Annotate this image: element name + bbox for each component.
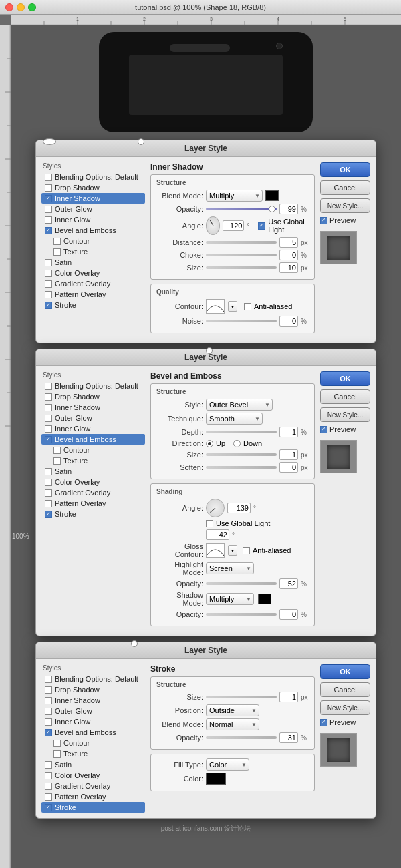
- color-overlay-item-3[interactable]: Color Overlay: [41, 770, 145, 781]
- blend-color-swatch-1[interactable]: [265, 190, 279, 201]
- ok-button-2[interactable]: OK: [320, 371, 370, 386]
- drop-shadow-checkbox-3[interactable]: [45, 686, 52, 694]
- highlight-opacity-thumb-2[interactable]: [206, 347, 213, 354]
- contour-item-1[interactable]: Contour: [41, 236, 145, 246]
- gradient-overlay-checkbox-1[interactable]: [45, 280, 52, 288]
- preview-checkbox-1[interactable]: [320, 217, 327, 224]
- inner-shadow-item-3[interactable]: Inner Shadow: [41, 695, 145, 706]
- inner-glow-checkbox-2[interactable]: [45, 425, 52, 433]
- texture-checkbox-1[interactable]: [53, 248, 61, 256]
- inner-glow-item-1[interactable]: Inner Glow: [41, 214, 145, 225]
- depth-input-2[interactable]: [279, 427, 298, 437]
- drop-shadow-item-2[interactable]: Drop Shadow: [41, 391, 145, 402]
- inner-glow-checkbox-3[interactable]: [45, 718, 52, 726]
- preview-toggle-3[interactable]: Preview: [320, 718, 370, 726]
- ok-button-1[interactable]: OK: [320, 162, 370, 177]
- texture-checkbox-2[interactable]: [53, 457, 61, 465]
- size-input-3[interactable]: [279, 692, 298, 702]
- preview-toggle-2[interactable]: Preview: [320, 425, 370, 433]
- color-overlay-checkbox-1[interactable]: [45, 270, 52, 277]
- gradient-overlay-item-1[interactable]: Gradient Overlay: [41, 278, 145, 289]
- size-slider-3[interactable]: [206, 696, 277, 698]
- size-slider-1[interactable]: [206, 266, 277, 269]
- shading-angle-input-2[interactable]: [227, 503, 251, 513]
- outer-glow-checkbox-3[interactable]: [45, 708, 52, 715]
- cancel-button-1[interactable]: Cancel: [320, 180, 370, 195]
- bevel-emboss-checkbox-3[interactable]: [45, 729, 52, 736]
- highlight-mode-dropdown-2[interactable]: Screen ▼: [206, 562, 254, 574]
- color-overlay-item-2[interactable]: Color Overlay: [41, 477, 145, 487]
- global-light-checkbox-2[interactable]: [206, 520, 213, 527]
- new-style-button-1[interactable]: New Style...: [320, 198, 370, 213]
- stroke-checkbox-3[interactable]: [45, 804, 52, 811]
- shadow-opacity-slider-2[interactable]: [206, 613, 277, 616]
- gradient-overlay-item-3[interactable]: Gradient Overlay: [41, 781, 145, 791]
- style-dropdown-2[interactable]: Outer Bevel ▼: [206, 399, 273, 411]
- inner-shadow-checkbox-2[interactable]: [45, 404, 52, 411]
- minimize-button[interactable]: [17, 3, 25, 11]
- angle-dial-1[interactable]: [206, 216, 220, 235]
- global-light-checkbox-1[interactable]: [258, 222, 265, 230]
- opacity-input-3[interactable]: [279, 732, 298, 743]
- new-style-button-3[interactable]: New Style...: [320, 700, 370, 715]
- gloss-arrow-2[interactable]: ▼: [228, 545, 237, 556]
- contour-item-3[interactable]: Contour: [41, 738, 145, 748]
- size-input-1[interactable]: [279, 262, 298, 273]
- depth-slider-2[interactable]: [206, 431, 277, 433]
- close-button[interactable]: [5, 3, 13, 11]
- altitude-input-2[interactable]: [206, 529, 229, 540]
- soften-input-2[interactable]: [279, 462, 298, 473]
- satin-item-3[interactable]: Satin: [41, 759, 145, 770]
- pattern-overlay-item-3[interactable]: Pattern Overlay: [41, 791, 145, 802]
- noise-slider-1[interactable]: [206, 320, 277, 322]
- texture-checkbox-3[interactable]: [53, 750, 61, 758]
- maximize-button[interactable]: [28, 3, 36, 11]
- highlight-opacity-input-2[interactable]: [279, 578, 298, 589]
- fill-color-swatch-3[interactable]: [206, 773, 226, 785]
- pattern-overlay-item-1[interactable]: Pattern Overlay: [41, 289, 145, 300]
- choke-input-1[interactable]: [279, 250, 298, 260]
- texture-item-2[interactable]: Texture: [41, 455, 145, 466]
- cancel-button-2[interactable]: Cancel: [320, 389, 370, 404]
- shading-angle-dial-2[interactable]: [206, 499, 225, 517]
- contour-checkbox-3[interactable]: [53, 740, 61, 747]
- blend-mode-dropdown-3[interactable]: Normal ▼: [206, 718, 259, 730]
- drop-shadow-item-1[interactable]: Drop Shadow: [41, 182, 145, 193]
- blending-options-checkbox-1[interactable]: [45, 174, 52, 181]
- bevel-emboss-item-3[interactable]: Bevel and Emboss: [41, 727, 145, 738]
- angle-input-1[interactable]: [223, 220, 244, 231]
- pattern-overlay-checkbox-3[interactable]: [45, 793, 52, 801]
- size-slider-2[interactable]: [206, 453, 277, 456]
- outer-glow-item-2[interactable]: Outer Glow: [41, 413, 145, 423]
- inner-shadow-item-1[interactable]: Inner Shadow: [41, 193, 145, 204]
- satin-item-2[interactable]: Satin: [41, 466, 145, 477]
- contour-arrow-1[interactable]: ▼: [228, 301, 237, 312]
- blending-options-checkbox-3[interactable]: [45, 676, 52, 683]
- ok-button-3[interactable]: OK: [320, 664, 370, 679]
- shadow-opacity-input-2[interactable]: [279, 609, 298, 620]
- bevel-emboss-checkbox-2[interactable]: [45, 436, 52, 443]
- shadow-color-swatch-2[interactable]: [258, 594, 271, 604]
- inner-shadow-checkbox-3[interactable]: [45, 697, 52, 704]
- cancel-button-3[interactable]: Cancel: [320, 682, 370, 697]
- distance-thumb-1[interactable]: [43, 138, 56, 145]
- shadow-mode-dropdown-2[interactable]: Multiply ▼: [206, 593, 254, 605]
- texture-item-1[interactable]: Texture: [41, 246, 145, 257]
- stroke-item-2[interactable]: Stroke: [41, 509, 145, 519]
- drop-shadow-checkbox-2[interactable]: [45, 393, 52, 401]
- color-overlay-checkbox-3[interactable]: [45, 772, 52, 779]
- inner-glow-item-2[interactable]: Inner Glow: [41, 423, 145, 434]
- direction-down-radio-2[interactable]: [233, 440, 241, 447]
- gloss-contour-preview-2[interactable]: [206, 543, 225, 558]
- gradient-overlay-item-2[interactable]: Gradient Overlay: [41, 487, 145, 498]
- color-overlay-checkbox-2[interactable]: [45, 479, 52, 486]
- opacity-thumb-1[interactable]: [269, 206, 275, 212]
- inner-shadow-checkbox-1[interactable]: [45, 195, 52, 202]
- pattern-overlay-checkbox-1[interactable]: [45, 291, 52, 298]
- drop-shadow-item-3[interactable]: Drop Shadow: [41, 684, 145, 695]
- bevel-emboss-checkbox-1[interactable]: [45, 227, 52, 234]
- outer-glow-checkbox-2[interactable]: [45, 415, 52, 422]
- blending-options-checkbox-2[interactable]: [45, 383, 52, 390]
- size-input-2[interactable]: [279, 449, 298, 460]
- opacity-slider-1[interactable]: [206, 208, 277, 210]
